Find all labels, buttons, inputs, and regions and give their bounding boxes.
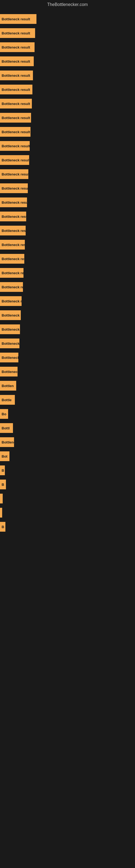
bar: Bottl bbox=[0, 423, 13, 433]
bar: Bot bbox=[0, 452, 9, 461]
bar-label: Bottle bbox=[2, 398, 12, 402]
site-title: TheBottlenecker.com bbox=[0, 0, 135, 9]
bar: Bottleneck result bbox=[0, 240, 25, 250]
bar-row: B bbox=[0, 477, 135, 492]
bar: Bottleneck result bbox=[0, 197, 27, 207]
bar-row: Bottleneck result bbox=[0, 125, 135, 139]
bar-row: Bo bbox=[0, 407, 135, 421]
bar-row: Bottleneck r bbox=[0, 294, 135, 308]
bar-row: Bottl bbox=[0, 421, 135, 435]
bar-row: Bottleneck result bbox=[0, 40, 135, 54]
bar-row bbox=[0, 492, 135, 506]
bar: Bottleneck res bbox=[0, 310, 21, 320]
bar: Bottleneck result bbox=[0, 155, 29, 165]
bar-row: Bottleneck result bbox=[0, 54, 135, 68]
bar-label: Bottleneck result bbox=[2, 130, 30, 134]
bar-label: Bottleneck result bbox=[2, 73, 30, 78]
bar-label: Bottleneck result bbox=[2, 172, 28, 176]
bar-label: Bottleneck result bbox=[2, 229, 26, 233]
bar-label: Bottlen bbox=[2, 384, 14, 388]
bar-label: Bottleneck result bbox=[2, 243, 25, 247]
bar-row: Bottleneck result bbox=[0, 238, 135, 252]
bar-row: Bottleneck result bbox=[0, 336, 135, 350]
bar-row: Bottleneck result bbox=[0, 181, 135, 195]
bar: Bottleneck r bbox=[0, 296, 21, 306]
bar: B bbox=[0, 465, 5, 475]
bar-row: Bottleneck result bbox=[0, 195, 135, 209]
bar: Bottleneck res bbox=[0, 367, 17, 376]
bar-row bbox=[0, 506, 135, 520]
bar: Bottleneck result bbox=[0, 99, 32, 108]
bar-label: Bottleneck result bbox=[2, 59, 30, 63]
bar-label: B bbox=[2, 468, 4, 472]
bar-row: B bbox=[0, 463, 135, 477]
bar: Bottlen bbox=[0, 381, 16, 391]
bar-row: Bottleneck result bbox=[0, 97, 135, 111]
bar: Bottleneck result bbox=[0, 169, 28, 179]
bar: Bottleneck result bbox=[0, 42, 35, 52]
bar: Bottleneck result bbox=[0, 14, 37, 24]
bar: B bbox=[0, 479, 6, 489]
bar-row: Bottleneck result bbox=[0, 252, 135, 266]
bar: Bottleneck result bbox=[0, 56, 34, 66]
bar-label: Bottleneck re bbox=[2, 328, 20, 332]
bar: Bottleneck res bbox=[0, 282, 23, 292]
bar-row: Bottleneck res bbox=[0, 365, 135, 379]
bar-label: Bottleneck result bbox=[2, 341, 19, 346]
bar-row: Bottlene bbox=[0, 435, 135, 449]
bar-label: Bottleneck result bbox=[2, 144, 30, 148]
bar-label: Bottleneck result bbox=[2, 186, 28, 190]
bar-label: Bo bbox=[2, 412, 6, 416]
bar-label: Bottleneck result bbox=[2, 215, 26, 219]
bar: Bottleneck result bbox=[0, 183, 28, 193]
bar-row: Bottleneck result bbox=[0, 223, 135, 238]
bar-label: Bottleneck r bbox=[2, 299, 21, 303]
bar-label: Bottleneck result bbox=[2, 45, 30, 50]
bar-row: Bottleneck result bbox=[0, 12, 135, 26]
bar-label: Bottleneck result bbox=[2, 31, 30, 35]
bar-row: Bottleneck bbox=[0, 350, 135, 365]
bar-label: Bot bbox=[2, 454, 8, 458]
bar-row: B bbox=[0, 520, 135, 534]
bar: Bottleneck result bbox=[0, 113, 31, 123]
bar-row: Bottlen bbox=[0, 379, 135, 393]
bar-row: Bottleneck result bbox=[0, 68, 135, 83]
bar-label: Bottleneck result bbox=[2, 17, 30, 21]
bar-label: Bottleneck result bbox=[2, 200, 27, 205]
bar-row: Bottleneck result bbox=[0, 266, 135, 280]
bar-row: Bottle bbox=[0, 393, 135, 407]
bar-row: Bottleneck result bbox=[0, 111, 135, 125]
bar-row: Bottleneck re bbox=[0, 322, 135, 336]
bar-label: Bottl bbox=[2, 426, 10, 430]
bar-row: Bot bbox=[0, 449, 135, 463]
bar-label: Bottleneck bbox=[2, 355, 18, 360]
bar-label: B bbox=[2, 525, 4, 529]
bars-container: Bottleneck resultBottleneck resultBottle… bbox=[0, 9, 135, 536]
bar: Bottleneck result bbox=[0, 28, 35, 38]
bar: Bottleneck result bbox=[0, 268, 24, 278]
bar-label: Bottleneck result bbox=[2, 88, 30, 92]
bar-label: Bottleneck result bbox=[2, 158, 29, 162]
bar bbox=[0, 508, 2, 518]
bar: Bottleneck bbox=[0, 352, 18, 362]
bar: Bottlene bbox=[0, 437, 14, 447]
bar-label: Bottleneck result bbox=[2, 102, 30, 106]
bar-row: Bottleneck result bbox=[0, 83, 135, 97]
bar-label: Bottlene bbox=[2, 440, 14, 444]
bar: Bottleneck result bbox=[0, 70, 33, 80]
bar-label: Bottleneck result bbox=[2, 271, 24, 275]
bar: Bottle bbox=[0, 395, 15, 405]
bar-row: Bottleneck result bbox=[0, 139, 135, 153]
bar bbox=[0, 494, 3, 503]
bar: Bottleneck result bbox=[0, 339, 19, 348]
bar: Bottleneck result bbox=[0, 254, 24, 264]
bar-label: B bbox=[2, 483, 4, 487]
bar-label: Bottleneck result bbox=[2, 116, 30, 120]
bar-row: Bottleneck result bbox=[0, 26, 135, 40]
bar-label: Bottleneck res bbox=[2, 285, 23, 289]
bar: Bo bbox=[0, 409, 8, 419]
bar-row: Bottleneck res bbox=[0, 308, 135, 322]
bar-label: Bottleneck res bbox=[2, 313, 21, 317]
bar: Bottleneck result bbox=[0, 85, 32, 94]
bar-label: Bottleneck res bbox=[2, 370, 17, 374]
